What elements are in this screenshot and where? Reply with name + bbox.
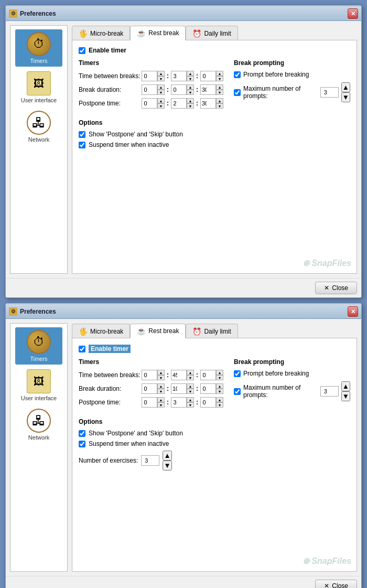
max-prompts-down-1[interactable]: ▼ [341,92,350,102]
bd-hour-btns-1: ▲ ▼ [157,84,165,95]
tbr-min-down-2[interactable]: ▼ [187,375,194,380]
prompt-before-breaking-label-1: Prompt before breaking [243,71,309,78]
tab-daily-limit-2[interactable]: ⏰ Daily limit [186,324,238,338]
pt-sec-up-2[interactable]: ▲ [216,397,223,402]
pt-min-down-2[interactable]: ▼ [187,402,194,408]
tbr-hour-up-1[interactable]: ▲ [157,71,165,76]
sidebar-item-network-2[interactable]: 🖧 Network [15,406,62,443]
suspend-inactive-checkbox-2[interactable] [79,441,85,447]
pt-min-btns-2: ▲ ▼ [187,397,194,408]
tbr-min-input-2[interactable] [171,370,187,380]
max-prompts-up-1[interactable]: ▲ [341,82,350,92]
tab-daily-limit-1[interactable]: ⏰ Daily limit [186,26,238,40]
pt-hour-input-1[interactable] [142,98,157,109]
sidebar-item-network-1[interactable]: 🖧 Network [15,108,62,145]
pt-min-input-1[interactable] [171,98,187,109]
max-prompts-checkbox-2[interactable] [234,388,241,395]
prompt-before-breaking-checkbox-2[interactable] [234,370,241,377]
pt-sec-input-2[interactable] [200,397,216,408]
max-prompts-input-1[interactable] [320,87,339,98]
bd-hour-down-1[interactable]: ▼ [157,90,165,95]
bd-hour-input-2[interactable] [142,383,157,394]
tbr-min-btns-1: ▲ ▼ [187,71,194,81]
show-postpone-row-2: Show 'Postpone' and 'Skip' button [79,430,350,437]
pt-sec-down-1[interactable]: ▼ [216,103,223,109]
title-bar-close-1[interactable]: ✕ [348,8,358,19]
sidebar-item-timers-2[interactable]: ⏱ Timers [15,327,62,365]
pt-min-down-1[interactable]: ▼ [187,103,194,109]
tbr-sec-down-2[interactable]: ▼ [216,375,223,380]
pt-hour-input-2[interactable] [142,397,157,408]
exercises-down-2[interactable]: ▼ [163,461,171,471]
close-button-2[interactable]: ✕ Close [315,580,357,588]
enable-timer-checkbox-1[interactable] [79,47,85,54]
tbr-sec-input-1[interactable] [200,71,216,81]
enable-timer-checkbox-2[interactable] [79,346,85,352]
pt-hour-up-2[interactable]: ▲ [157,397,165,402]
tab-rest-break-2[interactable]: ☕ Rest break [130,324,186,338]
pt-min-up-1[interactable]: ▲ [187,98,194,103]
tbr-sec-up-1[interactable]: ▲ [216,71,223,76]
bd-min-up-1[interactable]: ▲ [187,84,194,90]
pt-sec-up-1[interactable]: ▲ [216,98,223,103]
bd-sec-down-1[interactable]: ▼ [216,90,223,95]
bd-hour-down-2[interactable]: ▼ [157,389,165,394]
max-prompts-down-2[interactable]: ▼ [341,391,350,401]
break-prompting-title-2: Break prompting [234,358,350,366]
suspend-inactive-checkbox-1[interactable] [79,142,85,148]
bd-sec-input-2[interactable] [200,383,216,394]
bd-min-input-2[interactable] [171,383,187,394]
bd-min-up-2[interactable]: ▲ [187,383,194,389]
max-prompts-input-2[interactable] [320,386,339,397]
tbr-min-up-2[interactable]: ▲ [187,370,194,375]
pt-min-input-2[interactable] [171,397,187,408]
bd-sec-down-2[interactable]: ▼ [216,389,223,394]
show-postpone-checkbox-1[interactable] [79,131,85,138]
tbr-sec-down-1[interactable]: ▼ [216,76,223,81]
max-prompts-checkbox-1[interactable] [234,89,241,96]
window-body-2: ⏱ Timers 🖼 User interface 🖧 Network 🖐 Mi… [6,319,361,576]
tab-micro-break-2[interactable]: 🖐 Micro-break [72,324,130,338]
bd-sec-up-2[interactable]: ▲ [216,383,223,389]
sidebar-item-ui-2[interactable]: 🖼 User interface [15,367,62,404]
bd-sec-up-1[interactable]: ▲ [216,84,223,90]
pt-min-up-2[interactable]: ▲ [187,397,194,402]
break-duration-spinners-2: ▲ ▼ : ▲ ▼ [142,383,223,394]
tbr-hour-up-2[interactable]: ▲ [157,370,165,375]
pt-sec-down-2[interactable]: ▼ [216,402,223,408]
pt-hour-down-2[interactable]: ▼ [157,402,165,408]
tab-rest-break-1[interactable]: ☕ Rest break [130,26,186,40]
title-bar-close-2[interactable]: ✕ [348,306,358,317]
bd-min-down-1[interactable]: ▼ [187,90,194,95]
prompt-before-breaking-row-1: Prompt before breaking [234,71,350,78]
bd-sec-input-1[interactable] [200,84,216,95]
exercises-up-2[interactable]: ▲ [163,451,171,461]
tbr-sec-input-2[interactable] [200,370,216,380]
bd-sec-btns-1: ▲ ▼ [216,84,223,95]
options-section-2: Options Show 'Postpone' and 'Skip' butto… [79,418,350,471]
prompt-before-breaking-checkbox-1[interactable] [234,71,241,78]
tbr-min-up-1[interactable]: ▲ [187,71,194,76]
sidebar-item-timers-1[interactable]: ⏱ Timers [15,29,62,67]
tbr-hour-input-1[interactable] [142,71,157,81]
tab-micro-break-1[interactable]: 🖐 Micro-break [72,26,130,40]
pt-hour-down-1[interactable]: ▼ [157,103,165,109]
bd-min-down-2[interactable]: ▼ [187,389,194,394]
tbr-min-input-1[interactable] [171,71,187,81]
bd-hour-up-2[interactable]: ▲ [157,383,165,389]
close-button-1[interactable]: ✕ Close [315,282,357,294]
bd-hour-input-1[interactable] [142,84,157,95]
sidebar-item-ui-1[interactable]: 🖼 User interface [15,69,62,106]
tbr-hour-down-1[interactable]: ▼ [157,76,165,81]
show-postpone-checkbox-2[interactable] [79,430,85,437]
bd-min-input-1[interactable] [171,84,187,95]
tbr-min-down-1[interactable]: ▼ [187,76,194,81]
bd-hour-up-1[interactable]: ▲ [157,84,165,90]
exercises-input-2[interactable] [141,455,159,466]
pt-hour-up-1[interactable]: ▲ [157,98,165,103]
tbr-sec-up-2[interactable]: ▲ [216,370,223,375]
tbr-hour-input-2[interactable] [142,370,157,380]
pt-sec-input-1[interactable] [200,98,216,109]
max-prompts-up-2[interactable]: ▲ [341,381,350,391]
tbr-hour-down-2[interactable]: ▼ [157,375,165,380]
